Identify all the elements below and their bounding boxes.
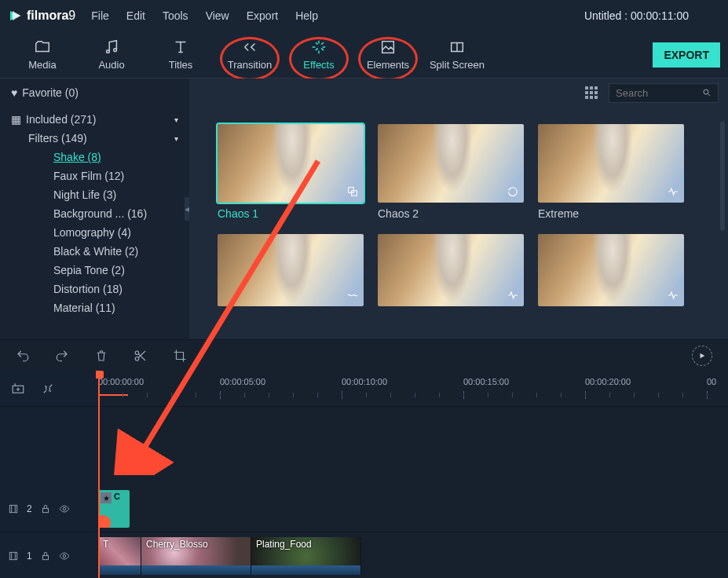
app-name: filmora [27, 9, 68, 22]
sidebar-item-black-white[interactable]: Black & White (2) [53, 242, 189, 261]
redo-icon[interactable] [55, 349, 69, 363]
eye-icon[interactable] [59, 503, 70, 514]
lock-icon[interactable] [40, 503, 51, 514]
sidebar: ♥ Favorite (0) ▦ Included (271) ▾ Filter… [0, 79, 189, 339]
chevron-down-icon: ▾ [174, 134, 178, 143]
effect-thumb[interactable] [218, 234, 364, 306]
timeline-area-empty[interactable] [96, 407, 728, 485]
app-logo: filmora9 [8, 9, 75, 23]
unlink-icon[interactable] [41, 382, 55, 396]
menu-bar: filmora9 File Edit Tools View Export Hel… [0, 0, 728, 31]
clip-name: T [103, 539, 108, 550]
svg-rect-10 [42, 508, 48, 512]
undo-icon[interactable] [16, 349, 30, 363]
sidebar-item-night-life[interactable]: Night Life (3) [53, 185, 189, 204]
sidebar-item-sepia[interactable]: Sepia Tone (2) [53, 261, 189, 280]
app-version: 9 [68, 9, 75, 22]
tab-audio[interactable]: Audio [77, 38, 146, 71]
effect-thumb-extreme[interactable]: Extreme [538, 124, 684, 220]
timeline-body[interactable]: 00:00:00:00 00:00:05:00 00:00:10:00 00:0… [96, 371, 728, 578]
export-button[interactable]: EXPORT [653, 42, 720, 68]
playhead[interactable] [98, 371, 100, 578]
sidebar-item-background[interactable]: Background ... (16) [53, 204, 189, 223]
split-screen-icon [448, 38, 466, 56]
scissors-icon[interactable] [134, 349, 148, 363]
menu-file[interactable]: File [91, 9, 109, 22]
ruler-tick: 00:00:20:00 [585, 377, 631, 386]
timeline-ruler[interactable]: 00:00:00:00 00:00:05:00 00:00:10:00 00:0… [96, 371, 728, 407]
sidebar-item-material[interactable]: Material (11) [53, 298, 189, 317]
video-clip[interactable]: T [98, 537, 141, 575]
menu-tools[interactable]: Tools [163, 9, 188, 22]
clip-name: Cherry_Blosso [146, 539, 208, 550]
tab-label: Titles [169, 59, 193, 71]
track-number: 1 [27, 551, 32, 562]
trash-icon[interactable] [94, 349, 108, 363]
sidebar-item-distortion[interactable]: Distortion (18) [53, 280, 189, 298]
menu-help[interactable]: Help [295, 9, 318, 22]
track-header-2[interactable]: 2 [0, 485, 96, 532]
svg-rect-2 [382, 42, 394, 53]
timeline-gutter: 2 1 [0, 371, 96, 578]
track-1[interactable]: T Cherry_Blosso Plating_Food [96, 532, 728, 578]
menu-edit[interactable]: Edit [126, 9, 145, 22]
ruler-tick: 00:00:05:00 [220, 377, 265, 386]
video-clip[interactable]: Plating_Food [251, 537, 361, 575]
tab-media[interactable]: Media [8, 38, 77, 71]
tab-split-screen[interactable]: Split Screen [423, 38, 492, 71]
svg-rect-12 [9, 552, 16, 559]
fx-clip-label: C [114, 492, 120, 501]
tab-effects[interactable]: Effects [284, 38, 353, 71]
sidebar-included[interactable]: ▦ Included (271) ▾ [11, 110, 189, 129]
track-2[interactable]: ★ C [96, 485, 728, 532]
render-preview-button[interactable] [692, 346, 712, 366]
tab-label: Audio [98, 59, 124, 71]
video-clip[interactable]: Cherry_Blosso [141, 537, 251, 575]
sidebar-favorite[interactable]: ♥ Favorite (0) [0, 79, 189, 107]
tab-elements[interactable]: Elements [353, 38, 423, 71]
track-number: 2 [27, 503, 32, 514]
ruler-tick: 00:00:10:00 [342, 377, 387, 386]
effect-thumb-chaos1[interactable]: Chaos 1 [218, 124, 364, 220]
lock-icon[interactable] [40, 551, 51, 562]
svg-rect-5 [349, 188, 354, 193]
svg-rect-13 [42, 555, 48, 559]
thumb-label: Extreme [538, 207, 684, 220]
filters-label: Filters (149) [28, 132, 87, 144]
fx-handle[interactable] [98, 515, 111, 528]
tab-transition[interactable]: Transition [215, 38, 284, 71]
tab-label: Split Screen [430, 59, 485, 71]
thumb-label: Chaos 1 [218, 207, 364, 220]
sidebar-item-faux-film[interactable]: Faux Film (12) [53, 166, 189, 185]
crop-icon[interactable] [173, 349, 187, 363]
effect-thumb-chaos2[interactable]: Chaos 2 [378, 124, 524, 220]
search-box[interactable] [609, 83, 719, 103]
timeline-toolbar [0, 339, 728, 371]
svg-point-1 [114, 49, 117, 52]
effect-thumb[interactable] [378, 234, 524, 306]
sidebar-item-lomography[interactable]: Lomography (4) [53, 223, 189, 242]
favorite-label: Favorite (0) [22, 86, 79, 99]
ruler-tick: 00:00:00:00 [98, 377, 144, 386]
menu-view[interactable]: View [206, 9, 229, 22]
sidebar-item-shake[interactable]: Shake (8) [53, 148, 189, 166]
chevron-down-icon: ▾ [174, 115, 178, 124]
content-toolbar [189, 79, 728, 107]
grid-view-icon[interactable] [585, 86, 598, 99]
pulse-icon [667, 289, 679, 302]
timeline: 2 1 00:00:00:00 00:00:05:00 00:00:10:00 … [0, 371, 728, 578]
add-track-icon[interactable] [11, 382, 25, 396]
tab-titles[interactable]: Titles [146, 38, 215, 71]
effect-thumb[interactable] [538, 234, 684, 306]
track-header-1[interactable]: 1 [0, 532, 96, 578]
eye-icon[interactable] [59, 551, 70, 562]
ruler-tick: 00:00:15:00 [463, 377, 509, 386]
search-input[interactable] [616, 87, 697, 99]
sidebar-filters[interactable]: Filters (149) ▾ [11, 129, 189, 148]
refresh-icon [507, 185, 519, 198]
effect-clip[interactable]: ★ C [98, 490, 130, 528]
menu-export[interactable]: Export [247, 9, 278, 22]
scrollbar[interactable] [720, 121, 725, 231]
search-icon [702, 87, 712, 98]
tab-label: Elements [367, 59, 409, 71]
